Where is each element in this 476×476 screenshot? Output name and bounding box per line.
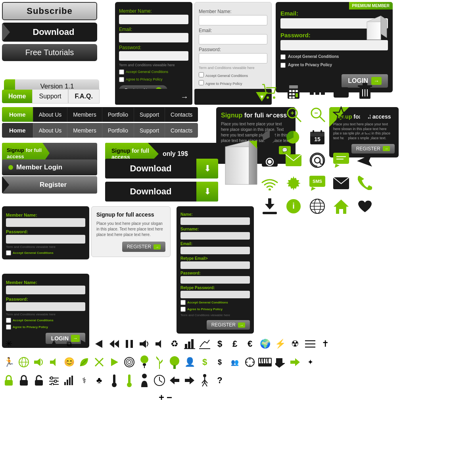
free-tutorials-button[interactable]: Free Tutorials <box>2 44 97 61</box>
svg-rect-28 <box>358 85 372 87</box>
nav1-support[interactable]: Support <box>32 89 68 104</box>
accept-label: Accept General Conditions <box>126 70 168 74</box>
svg-rect-91 <box>188 342 190 349</box>
svg-rect-61 <box>333 153 349 164</box>
nav3-members[interactable]: Members <box>67 123 102 138</box>
clock-icon <box>153 374 166 387</box>
download-icon <box>260 196 280 216</box>
person-icon: 👤 <box>183 355 196 369</box>
mini-password-label: Password: <box>6 229 85 234</box>
large-retype-email-label: Retype Email> <box>180 256 250 261</box>
nav3-support[interactable]: Support <box>134 123 165 138</box>
download-button-1[interactable]: Download ⬇ <box>105 159 218 178</box>
large-retype-password-input[interactable] <box>180 291 250 298</box>
nav2-support[interactable]: Support <box>134 107 165 122</box>
svg-point-138 <box>50 377 53 379</box>
mini-accept-checkbox[interactable] <box>6 250 11 255</box>
nav3-portfolio[interactable]: Portfolio <box>102 123 134 138</box>
square-icon <box>32 337 46 351</box>
svg-point-114 <box>170 356 179 366</box>
agree-premium-checkbox[interactable] <box>280 63 286 68</box>
email-input[interactable] <box>119 33 188 42</box>
nav2-portfolio[interactable]: Portfolio <box>102 107 134 122</box>
calendar-icon: 15 <box>307 127 327 147</box>
nav2-contacts[interactable]: Contacts <box>165 107 198 122</box>
runner-icon: 🏃 <box>2 355 15 369</box>
nav1-home[interactable]: Home <box>2 90 32 103</box>
register-button[interactable]: Register <box>2 176 97 194</box>
large-name-input[interactable] <box>180 217 250 225</box>
large-accept-checkbox[interactable] <box>180 300 186 305</box>
large-password-input[interactable] <box>180 276 250 284</box>
accept-premium-checkbox[interactable] <box>280 54 286 60</box>
tree-icon <box>168 355 181 369</box>
mini-password-input[interactable] <box>6 235 85 244</box>
gear-icon <box>355 104 375 124</box>
member-name-input[interactable] <box>119 15 188 24</box>
svg-rect-12 <box>292 90 295 92</box>
svg-point-140 <box>51 383 54 385</box>
large-agree-checkbox[interactable] <box>180 307 186 312</box>
mini2-agree-label: Agree to Privacy Policy <box>13 325 48 329</box>
mini-terms: Term and Conditions viewable here <box>6 245 85 249</box>
member-name-input2[interactable] <box>199 15 267 25</box>
large-email-input[interactable] <box>180 247 250 254</box>
line-chart-icon <box>198 337 211 351</box>
nav3-home[interactable]: Home <box>2 123 33 138</box>
password-input2[interactable] <box>199 53 267 63</box>
speaker-icon <box>138 337 151 351</box>
svg-line-152 <box>159 380 162 382</box>
accept-checkbox[interactable] <box>119 69 124 75</box>
svg-rect-115 <box>173 365 176 369</box>
mini2-member-name-input[interactable] <box>6 286 85 294</box>
terms-text2: Term and Conditions viewable here <box>199 66 267 70</box>
large-surname-input[interactable] <box>180 232 250 240</box>
plant-icon <box>153 355 166 369</box>
member-login-button[interactable]: Member Login <box>2 159 97 175</box>
mini-member-name-input[interactable] <box>6 218 85 227</box>
agree-checkbox2[interactable] <box>199 80 204 85</box>
minus-icon: − <box>167 392 172 403</box>
mini-register-button[interactable]: REGISTER → <box>122 242 165 252</box>
download-button[interactable]: Download <box>2 23 97 42</box>
svg-rect-129 <box>267 359 269 362</box>
asterisk-icon: ✳ <box>2 337 15 351</box>
mini-signup-title: Signup for full access <box>96 211 165 218</box>
mini2-agree-checkbox[interactable] <box>6 324 11 330</box>
nav2-members[interactable]: Members <box>67 107 102 122</box>
copy-icon: ⧉ <box>62 337 76 351</box>
product-box-3d <box>219 137 263 188</box>
subscribe-button[interactable]: Subscribe <box>2 2 97 20</box>
svg-rect-17 <box>289 96 292 98</box>
large-register-button[interactable]: REGISTER → <box>207 320 250 330</box>
mail-icon <box>331 173 351 193</box>
download-button-2[interactable]: Download ⬇ <box>105 182 218 202</box>
arrow-nav-black[interactable]: → <box>115 89 192 105</box>
svg-rect-145 <box>113 374 115 383</box>
keyboard-icon <box>258 355 272 369</box>
music-note-icon <box>331 127 351 147</box>
accept-checkbox2[interactable] <box>199 72 204 77</box>
nav3-contacts[interactable]: Contacts <box>165 123 198 138</box>
nav3-about[interactable]: About Us <box>33 123 67 138</box>
password-input[interactable] <box>119 51 188 61</box>
mini-signup-body: Place you text here place your slogan in… <box>96 221 165 238</box>
arrow-down-icon <box>273 355 287 369</box>
email-input2[interactable] <box>199 34 267 44</box>
large-agree-row: Agree to Privacy Policy <box>180 307 250 312</box>
refresh-icon <box>355 127 375 147</box>
nav2-about[interactable]: About Us <box>33 107 67 122</box>
mini2-password-input[interactable] <box>6 302 85 311</box>
nav1-faq[interactable]: F.A.Q. <box>68 89 100 104</box>
nav2-home[interactable]: Home <box>2 107 33 122</box>
agree-checkbox[interactable] <box>119 77 124 82</box>
large-retype-email-input[interactable] <box>180 261 250 269</box>
svg-rect-1 <box>367 22 381 40</box>
svg-marker-153 <box>170 376 179 384</box>
pound-icon: £ <box>228 337 242 351</box>
mini2-accept-checkbox[interactable] <box>6 318 11 323</box>
svg-rect-86 <box>126 340 128 348</box>
download-arrow-icon-1: ⬇ <box>204 163 211 174</box>
sitemap-icon <box>307 81 327 101</box>
agree-premium-label: Agree to Privacy Policy <box>288 63 332 67</box>
